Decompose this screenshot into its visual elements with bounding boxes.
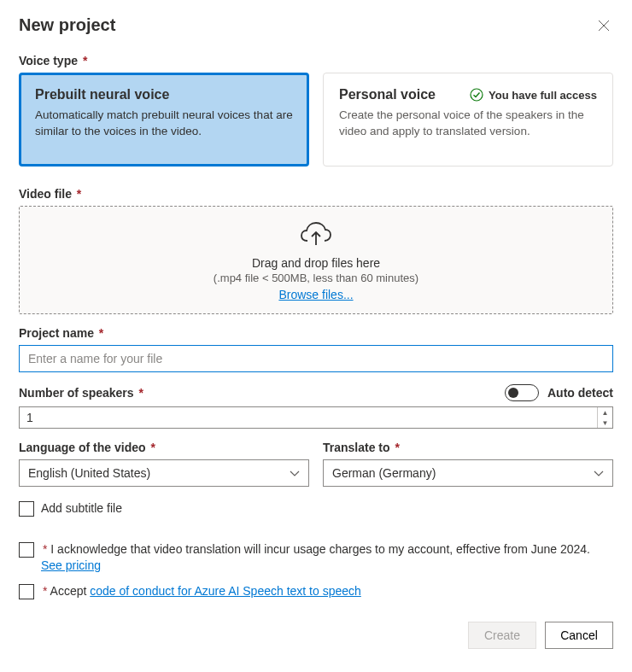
svg-point-0 bbox=[471, 89, 483, 101]
speakers-spinner[interactable]: 1 ▲ ▼ bbox=[19, 406, 613, 429]
file-dropzone[interactable]: Drag and drop files here (.mp4 file < 50… bbox=[19, 206, 613, 314]
project-name-label: Project name * bbox=[19, 326, 103, 340]
video-file-label: Video file * bbox=[19, 187, 81, 201]
chevron-down-icon bbox=[290, 466, 300, 480]
translate-label: Translate to * bbox=[323, 441, 400, 454]
dropzone-hint: (.mp4 file < 500MB, less than 60 minutes… bbox=[30, 272, 602, 284]
language-select[interactable]: English (United States) bbox=[19, 459, 309, 487]
language-label: Language of the video * bbox=[19, 441, 155, 454]
close-icon[interactable] bbox=[594, 16, 613, 35]
dropzone-text: Drag and drop files here bbox=[30, 256, 602, 270]
create-button[interactable]: Create bbox=[468, 622, 536, 649]
subtitle-label: Add subtitle file bbox=[41, 500, 122, 517]
language-value: English (United States) bbox=[28, 466, 150, 480]
project-name-input[interactable] bbox=[19, 345, 613, 372]
coc-row: * Accept code of conduct for Azure AI Sp… bbox=[19, 583, 613, 600]
card-desc: Create the personal voice of the speaker… bbox=[339, 108, 597, 140]
voice-type-label: Voice type * bbox=[19, 54, 87, 67]
chevron-down-icon bbox=[594, 466, 604, 480]
check-circle-icon bbox=[470, 88, 483, 102]
access-badge: You have full access bbox=[470, 88, 597, 102]
card-title: Prebuilt neural voice bbox=[35, 87, 169, 102]
acknowledge-row: * I acknowledge that video translation w… bbox=[19, 541, 613, 575]
subtitle-checkbox-row: Add subtitle file bbox=[19, 500, 613, 517]
card-desc: Automatically match prebuilt neural voic… bbox=[35, 108, 293, 140]
page-title: New project bbox=[19, 15, 115, 35]
spinner-down-icon[interactable]: ▼ bbox=[598, 418, 612, 428]
subtitle-checkbox[interactable] bbox=[19, 501, 34, 517]
coc-link[interactable]: code of conduct for Azure AI Speech text… bbox=[90, 584, 361, 598]
see-pricing-link[interactable]: See pricing bbox=[41, 558, 101, 572]
translate-select[interactable]: German (Germany) bbox=[323, 459, 613, 487]
acknowledge-text: I acknowledge that video translation wil… bbox=[50, 542, 590, 556]
speakers-value: 1 bbox=[20, 407, 597, 428]
auto-detect-label: Auto detect bbox=[547, 386, 613, 400]
coc-text: Accept bbox=[50, 584, 91, 598]
browse-files-link[interactable]: Browse files... bbox=[278, 288, 353, 301]
voice-card-personal[interactable]: Personal voice You have full access Crea… bbox=[323, 73, 613, 167]
speakers-label: Number of speakers * bbox=[19, 386, 143, 400]
card-title: Personal voice bbox=[339, 87, 436, 102]
cancel-button[interactable]: Cancel bbox=[545, 622, 613, 649]
spinner-up-icon[interactable]: ▲ bbox=[598, 407, 612, 418]
cloud-upload-icon bbox=[30, 222, 602, 248]
voice-card-prebuilt[interactable]: Prebuilt neural voice Automatically matc… bbox=[19, 73, 309, 167]
acknowledge-checkbox[interactable] bbox=[19, 542, 34, 558]
translate-value: German (Germany) bbox=[332, 466, 436, 480]
coc-checkbox[interactable] bbox=[19, 584, 34, 599]
auto-detect-toggle[interactable] bbox=[505, 384, 539, 401]
